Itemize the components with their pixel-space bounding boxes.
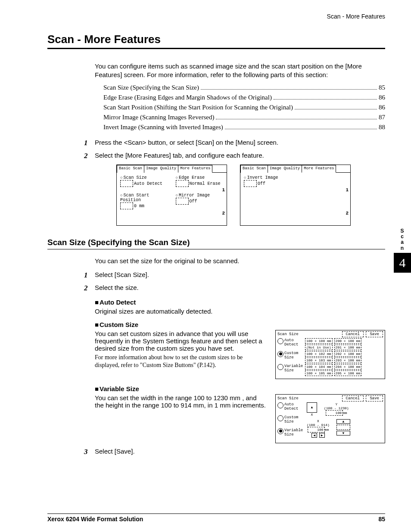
decrement-button[interactable]: ◀ [311,433,317,438]
mini-toc: Scan Size (Specifying the Scan Size)85 E… [103,84,385,131]
step-3: 3Select [Save]. [84,448,385,456]
page-footer: Xerox 6204 Wide Format Solution 85 [47,513,385,523]
section-intro: You can set the size for the original to… [95,257,385,264]
text-variable-size: You can set the width in the range 100 t… [95,394,267,409]
size-option[interactable]: 204 × 100 mm [334,364,362,370]
cancel-button[interactable]: Cancel [342,395,364,401]
note-custom-size: For more information about how to set th… [95,354,267,369]
orientation-icon: ▲ [307,402,317,413]
size-option[interactable]: 205 × 100 mm [334,370,362,376]
y-value-field[interactable]: 100 [326,410,343,416]
tab-basic-scan[interactable]: Basic Scan [240,165,268,173]
heading-variable-size: Variable Size [95,385,385,392]
increment-button[interactable]: ▶ [319,433,325,438]
toc-row: Scan Start Position (Shifting the Start … [103,104,385,111]
size-option[interactable]: 100 × 102 mm [305,351,333,357]
start-position-button[interactable] [120,202,133,209]
toc-row: Invert Image (Scanning with Inverted Ima… [103,124,385,131]
size-option[interactable]: (Not in Use) [305,345,333,350]
size-option[interactable]: 100 × 103 mm [305,358,333,363]
radio-variable-size[interactable]: Variable Size [277,364,302,373]
scroll-indicator: 1 [222,187,225,193]
toc-row: Edge Erase (Erasing Edges and Margin Sha… [103,94,385,101]
tab-more-features[interactable]: More Features [302,165,336,173]
size-option[interactable]: 200 × 100 mm [334,338,362,344]
tab-more-features[interactable]: More Features [178,165,212,173]
tab-image-quality[interactable]: Image Quality [144,165,178,173]
size-option[interactable]: 100 × 104 mm [305,364,333,370]
step-1: 1Press the <Scan> button, or select [Sca… [84,139,385,147]
tab-image-quality[interactable]: Image Quality [268,165,302,173]
text-custom-size: You can set custom sizes in advance that… [95,330,267,352]
invert-image-button[interactable] [244,180,257,187]
radio-auto-detect[interactable]: Auto Detect [277,338,302,347]
size-option[interactable]: 203 × 100 mm [334,358,362,363]
size-option[interactable]: 100 × 105 mm [305,370,333,376]
increment-button[interactable]: ▲ [336,419,350,424]
intro-text: You can configure items such as scanned … [95,62,385,80]
heading-custom-size: Custom Size [95,321,385,328]
ui-panel-custom-size: Scan Size Cancel Save Auto Detect Custom… [275,330,385,379]
size-option[interactable]: 100 × 100 mm [305,338,333,344]
product-name: Xerox 6204 Wide Format Solution [47,516,143,523]
step-2: 2Select the size. [84,284,385,292]
section-title-scan-size: Scan Size (Specifying the Scan Size) [47,238,385,247]
text-auto-detect: Original sizes are automatically detecte… [95,308,385,315]
running-head: Scan - More Features [47,13,385,20]
size-option[interactable]: 201 × 100 mm [334,345,362,350]
scan-size-button[interactable] [120,180,133,187]
page-number: 85 [378,516,385,523]
ui-panel-variable-size: Scan Size Cancel Save Auto Detect Custom… [275,394,385,443]
radio-custom-size[interactable]: Custom Size [277,415,302,424]
save-button[interactable]: Save [366,395,383,401]
heading-auto-detect: Auto Detect [95,299,385,306]
ui-panel-more-features-1: Basic Scan Image Quality More Features S… [116,165,227,226]
radio-custom-size[interactable]: Custom Size [277,351,302,360]
step-1: 1Select [Scan Size]. [84,271,385,280]
cancel-button[interactable]: Cancel [342,331,364,337]
scroll-indicator: 2 [346,211,349,216]
toc-row: Scan Size (Specifying the Scan Size)85 [103,84,385,91]
scroll-indicator: 1 [346,187,349,193]
radio-variable-size[interactable]: Variable Size [277,428,302,437]
ui-panel-more-features-2: Basic Scan Image Quality More Features I… [240,165,351,226]
page-title: Scan - More Features [47,33,385,46]
size-option[interactable]: 202 × 100 mm [334,351,362,357]
toc-row: Mirror Image (Scanning Images Reversed)8… [103,114,385,121]
save-button[interactable]: Save [366,331,383,337]
x-value-field[interactable]: 100 [308,427,325,432]
title-rule [47,48,385,49]
mirror-image-button[interactable] [176,198,189,205]
scroll-indicator: 2 [222,211,225,216]
decrement-button[interactable]: ▼ [336,431,350,436]
radio-auto-detect[interactable]: Auto Detect [277,402,302,411]
edge-erase-button[interactable] [176,180,189,187]
tab-basic-scan[interactable]: Basic Scan [117,165,144,173]
chapter-tab: Scan 4 [394,228,411,273]
step-2: 2Select the [More Features] tab, and con… [84,152,385,160]
section-rule [47,249,385,249]
